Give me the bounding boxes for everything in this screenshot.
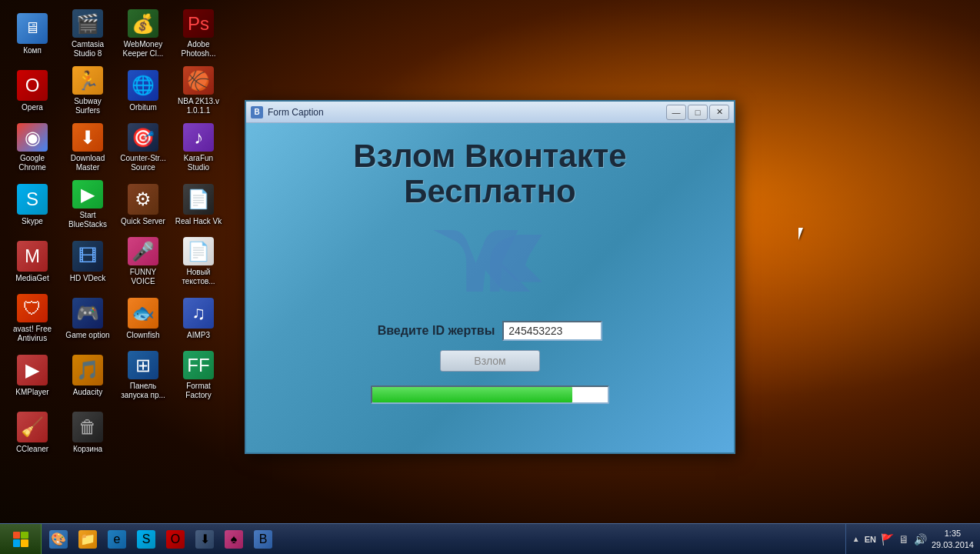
taskbar: 🎨📁eSO⬇♠B ▲ EN 🚩 🖥 🔊 1:35 29.03.2014 <box>0 523 980 554</box>
desktop-icon-avast[interactable]: 🛡avast! Free Antivirus <box>6 291 58 346</box>
form-titlebar: B Form Caption — □ ✕ <box>246 102 734 123</box>
maximize-button[interactable]: □ <box>688 105 708 120</box>
taskbar-icon-item6[interactable]: ⬇ <box>191 526 218 553</box>
icon-img-ccleaner: 🧹 <box>17 412 48 442</box>
win-logo-q1 <box>13 532 21 539</box>
desktop-icon-orbitum[interactable]: 🌐Orbitum <box>117 63 169 118</box>
taskbar-icon-vk-tb[interactable]: B <box>249 526 277 553</box>
icon-img-orbitum: 🌐 <box>128 70 158 101</box>
desktop-icon-bluestacks[interactable]: ▶Start BlueStacks <box>62 177 114 232</box>
taskbar-icon-img-paint: 🎨 <box>49 530 68 549</box>
desktop-icon-newtext[interactable]: 📄Новый текстов... <box>172 234 225 289</box>
icon-img-computer: 🖥 <box>17 13 48 44</box>
desktop-icon-camtasia[interactable]: 🎬Camtasia Studio 8 <box>62 6 114 62</box>
vzlom-button[interactable]: Взлом <box>440 350 540 372</box>
desktop-icon-formatfactory[interactable]: FFFormat Factory <box>172 348 225 403</box>
taskbar-icon-item7[interactable]: ♠ <box>220 526 248 553</box>
taskbar-icon-skype-tb[interactable]: S <box>132 526 160 553</box>
taskbar-icon-opera-tb[interactable]: O <box>162 526 189 553</box>
icon-label-ccleaner: CCleaner <box>16 445 48 454</box>
hack-title: Взлом Вконтакте Бесплатно <box>353 138 626 209</box>
icon-label-aimp3: AIMP3 <box>187 331 210 340</box>
win-logo-q4 <box>21 539 28 547</box>
tray-flag-icon: 🚩 <box>881 533 894 546</box>
icon-img-karafun: ♪ <box>183 123 214 152</box>
icon-label-avast: avast! Free Antivirus <box>8 325 57 343</box>
tray-volume-icon: 🔊 <box>914 533 927 546</box>
minimize-button[interactable]: — <box>666 105 686 120</box>
icon-label-nba: NBA 2K13.v 1.0.1.1 <box>174 97 223 115</box>
desktop-icon-quickserver[interactable]: ⚙Quick Server <box>117 177 169 232</box>
desktop-icon-chrome[interactable]: ◉Google Chrome <box>6 120 58 175</box>
taskbar-icon-img-item6: ⬇ <box>195 530 214 549</box>
tray-monitor-icon: 🖥 <box>898 533 909 546</box>
desktop-icon-hdvdeck[interactable]: 🎞HD VDeck <box>62 234 114 289</box>
desktop-icon-audacity[interactable]: 🎵Audacity <box>62 348 114 403</box>
icon-label-gameoption: Game option <box>65 331 109 340</box>
desktop-icon-dlmaster[interactable]: ⬇Download Master <box>62 120 114 175</box>
desktop-icon-aimp3[interactable]: ♫AIMP3 <box>172 291 225 346</box>
taskbar-icon-img-folder: 📁 <box>78 530 97 549</box>
icon-img-avast: 🛡 <box>17 294 48 322</box>
desktop-icon-skype[interactable]: SSkype <box>6 177 58 232</box>
system-clock[interactable]: 1:35 29.03.2014 <box>932 528 974 550</box>
icon-label-computer: Комп <box>23 46 42 55</box>
desktop-icon-kmplayer[interactable]: ▶KMPlayer <box>6 348 58 403</box>
desktop-icon-clownfish[interactable]: 🐟Clownfish <box>117 291 169 346</box>
win-logo-q3 <box>13 539 21 547</box>
icon-label-karafun: KaraFun Studio <box>174 154 223 172</box>
icon-img-camtasia: 🎬 <box>72 9 103 38</box>
icon-label-hdvdeck: HD VDeck <box>70 274 106 283</box>
id-label: Введите ID жертвы <box>378 324 495 338</box>
icon-label-chrome: Google Chrome <box>8 154 57 172</box>
taskbar-system: ▲ EN 🚩 🖥 🔊 1:35 29.03.2014 <box>845 524 980 555</box>
desktop-icon-subway[interactable]: 🏃Subway Surfers <box>62 63 114 118</box>
close-button[interactable]: ✕ <box>709 105 729 120</box>
taskbar-icon-ie[interactable]: e <box>103 526 131 553</box>
start-button[interactable] <box>0 524 42 555</box>
desktop-icon-opera[interactable]: OOpera <box>6 63 58 118</box>
icon-label-skype: Skype <box>22 217 43 226</box>
icon-label-formatfactory: Format Factory <box>174 382 223 400</box>
id-input[interactable] <box>502 321 602 341</box>
icon-img-gameoption: 🎮 <box>72 298 103 329</box>
icon-img-recycle: 🗑 <box>72 412 103 442</box>
icon-img-adobe: Ps <box>183 9 214 38</box>
icon-img-subway: 🏃 <box>72 66 103 95</box>
desktop-icon-karafun[interactable]: ♪KaraFun Studio <box>172 120 225 175</box>
icon-img-newtext: 📄 <box>183 237 214 265</box>
language-indicator[interactable]: EN <box>865 535 876 544</box>
desktop-icon-adobe[interactable]: PsAdobe Photosh... <box>172 6 225 62</box>
desktop-icon-recycle[interactable]: 🗑Корзина <box>62 405 114 460</box>
desktop-icon-ccleaner[interactable]: 🧹CCleaner <box>6 405 58 460</box>
desktop-icon-funny[interactable]: 🎤FUNNY VOICE <box>117 234 169 289</box>
icon-img-formatfactory: FF <box>183 351 214 379</box>
icon-img-opera: O <box>17 70 48 101</box>
tray-arrow[interactable]: ▲ <box>852 535 860 543</box>
desktop-icon-mediaget[interactable]: MMediaGet <box>6 234 58 289</box>
desktop-icon-realhack[interactable]: 📄Real Hack Vk <box>172 177 225 232</box>
icon-label-mediaget: MediaGet <box>15 274 48 283</box>
icon-label-webmoney: WebMoney Keeper Cl... <box>118 40 168 58</box>
icon-label-camtasia: Camtasia Studio 8 <box>63 40 112 58</box>
clock-date: 29.03.2014 <box>932 539 974 550</box>
desktop-icon-panel[interactable]: ⊞Панель запуска пр... <box>117 348 169 403</box>
progress-bar-container <box>371 385 609 404</box>
desktop-icon-nba[interactable]: 🏀NBA 2K13.v 1.0.1.1 <box>172 63 225 118</box>
icon-img-webmoney: 💰 <box>128 9 158 38</box>
desktop-icon-gameoption[interactable]: 🎮Game option <box>62 291 114 346</box>
icon-img-hdvdeck: 🎞 <box>72 241 103 272</box>
icon-label-adobe: Adobe Photosh... <box>174 40 223 58</box>
icon-label-orbitum: Orbitum <box>129 103 157 112</box>
icon-label-quickserver: Quick Server <box>121 217 165 226</box>
desktop-icon-computer[interactable]: 🖥Комп <box>6 6 58 62</box>
taskbar-items: 🎨📁eSO⬇♠B <box>42 526 845 553</box>
icon-img-bluestacks: ▶ <box>72 180 103 209</box>
taskbar-icon-paint[interactable]: 🎨 <box>45 526 72 553</box>
id-input-row: Введите ID жертвы <box>378 321 603 341</box>
taskbar-icon-folder[interactable]: 📁 <box>74 526 102 553</box>
desktop-icon-counter[interactable]: 🎯Counter-Str... Source <box>117 120 169 175</box>
desktop-icon-webmoney[interactable]: 💰WebMoney Keeper Cl... <box>117 6 169 62</box>
icon-img-dlmaster: ⬇ <box>72 123 103 152</box>
icon-label-realhack: Real Hack Vk <box>175 217 222 226</box>
